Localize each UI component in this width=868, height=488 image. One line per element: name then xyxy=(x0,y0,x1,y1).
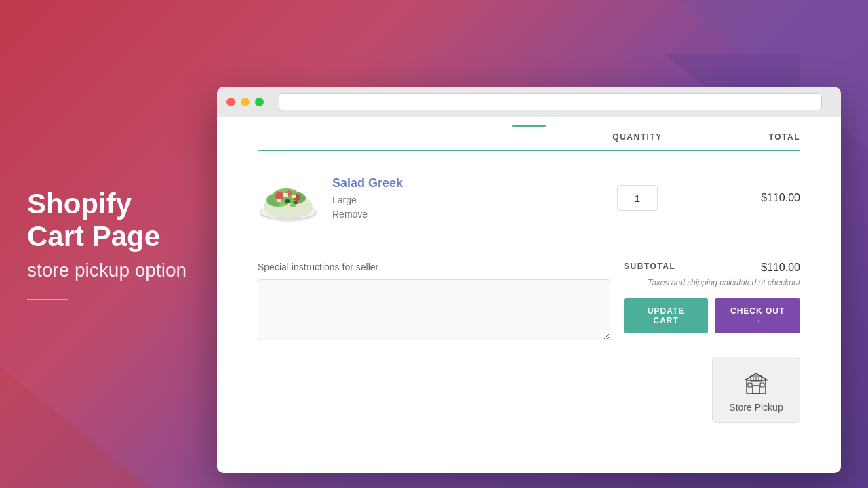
page-title: Shopify Cart Page xyxy=(27,188,190,253)
product-variant: Large xyxy=(332,195,583,205)
browser-window: QUANTITY TOTAL xyxy=(217,87,841,473)
subtotal-row: SUBTOTAL $110.00 xyxy=(624,262,800,274)
total-header: TOTAL xyxy=(692,132,800,142)
cart-summary: SUBTOTAL $110.00 Taxes and shipping calc… xyxy=(624,262,800,333)
subtotal-label: SUBTOTAL xyxy=(624,262,675,274)
cart-header: QUANTITY TOTAL xyxy=(258,132,800,151)
product-name: Salad Greek xyxy=(332,176,583,190)
traffic-light-close[interactable] xyxy=(226,98,235,106)
svg-point-14 xyxy=(279,202,285,207)
cart-bottom: Special instructions for seller SUBTOTAL… xyxy=(258,262,800,343)
checkout-button[interactable]: CHECK OUT → xyxy=(715,298,800,333)
subtitle-divider xyxy=(27,299,68,300)
svg-rect-17 xyxy=(753,386,760,394)
quantity-header: QUANTITY xyxy=(583,132,692,142)
store-pickup-button[interactable]: Store Pickup xyxy=(712,357,800,423)
tab-indicator xyxy=(258,117,800,132)
browser-titlebar xyxy=(217,87,841,117)
quantity-input[interactable] xyxy=(617,185,658,211)
traffic-light-minimize[interactable] xyxy=(241,98,250,106)
cart-item: Salad Greek Large Remove $110.00 xyxy=(258,151,800,245)
traffic-light-maximize[interactable] xyxy=(255,98,264,106)
left-panel: Shopify Cart Page store pickup option xyxy=(0,0,217,488)
store-pickup-label: Store Pickup xyxy=(729,402,783,413)
address-bar[interactable] xyxy=(279,93,822,110)
page-subtitle: store pickup option xyxy=(27,258,190,283)
svg-rect-11 xyxy=(277,199,281,202)
product-details: Salad Greek Large Remove xyxy=(332,176,583,220)
remove-item-link[interactable]: Remove xyxy=(332,209,368,220)
store-pickup-icon xyxy=(741,367,771,396)
svg-point-15 xyxy=(290,203,296,207)
tab-bar xyxy=(512,125,546,127)
salad-image-svg xyxy=(258,167,319,228)
product-image xyxy=(258,167,319,228)
quantity-cell xyxy=(583,185,692,211)
special-instructions-input[interactable] xyxy=(258,279,610,340)
svg-rect-19 xyxy=(760,383,764,387)
item-price: $110.00 xyxy=(692,192,800,204)
svg-rect-18 xyxy=(748,383,752,387)
browser-content: QUANTITY TOTAL xyxy=(217,117,841,473)
taxes-note: Taxes and shipping calculated at checkou… xyxy=(624,278,800,287)
subtotal-value: $110.00 xyxy=(761,262,800,274)
svg-rect-9 xyxy=(283,193,288,197)
cart-actions: UPDATE CART CHECK OUT → xyxy=(624,298,800,333)
svg-rect-10 xyxy=(292,195,296,198)
special-instructions-section: Special instructions for seller xyxy=(258,262,610,343)
store-pickup-section: Store Pickup xyxy=(258,357,800,423)
svg-point-12 xyxy=(285,199,290,203)
update-cart-button[interactable]: UPDATE CART xyxy=(624,298,708,333)
special-instructions-label: Special instructions for seller xyxy=(258,262,610,272)
